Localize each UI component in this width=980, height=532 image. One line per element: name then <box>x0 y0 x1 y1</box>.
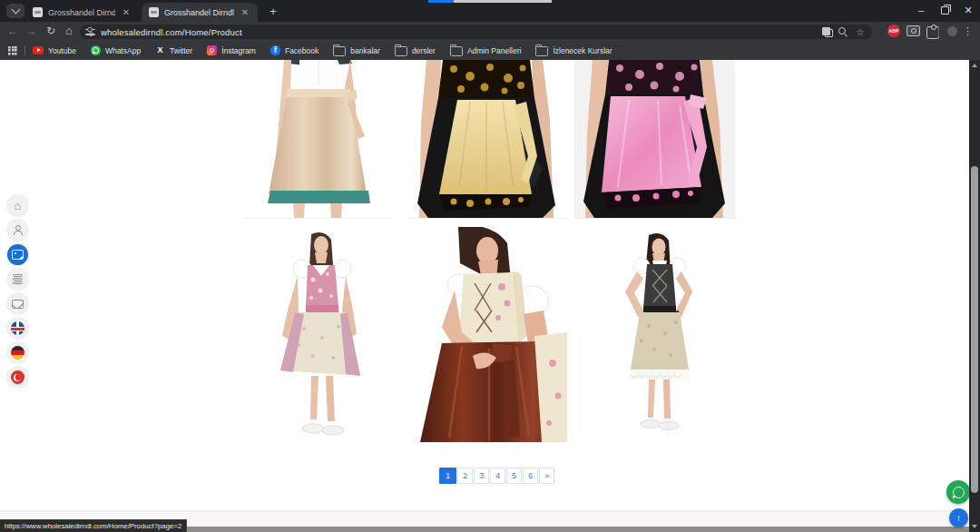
tab-favicon <box>33 7 43 17</box>
restore-icon <box>941 6 949 15</box>
bookmark-label: Admin Panelleri <box>467 46 522 55</box>
bookmark-folder-bankalar[interactable]: bankalar <box>333 45 380 56</box>
bookmarks-bar: Youtube WhatsApp XTwitter İnstagram fFac… <box>0 41 980 60</box>
site-settings-icon[interactable] <box>85 28 95 36</box>
product-image-beige-satin-dirndl[interactable] <box>243 60 392 219</box>
product-image-maroon-apron-dirndl[interactable] <box>406 227 567 442</box>
product-image-gold-black-baroque-dirndl[interactable] <box>407 60 567 219</box>
house-icon: ⌂ <box>15 200 22 212</box>
page-next-button[interactable]: » <box>539 468 554 484</box>
whatsapp-fab-button[interactable] <box>946 480 969 504</box>
folder-icon <box>333 46 346 56</box>
scrollbar-down-arrow[interactable] <box>972 525 977 528</box>
address-bar[interactable]: wholesaledirndl.com/Home/Product ☆ <box>80 25 872 39</box>
sidebar-item-profile[interactable] <box>7 220 28 241</box>
three-dots-icon: ⋮ <box>963 25 973 37</box>
page-4-button[interactable]: 4 <box>490 468 505 484</box>
page-content: ⌂ <box>0 60 969 532</box>
tab-favicon <box>149 7 159 17</box>
facebook-icon: f <box>270 45 280 55</box>
page-1-button[interactable]: 1 <box>439 468 456 484</box>
x-twitter-icon: X <box>155 45 165 55</box>
folder-icon <box>395 46 407 56</box>
product-image-pink-floral-dirndl[interactable] <box>268 229 372 442</box>
bookmark-folder-dersler[interactable]: dersler <box>395 45 436 56</box>
sidebar-item-lang-tr[interactable] <box>7 367 28 388</box>
german-flag-icon <box>11 346 24 360</box>
folder-icon <box>450 46 463 56</box>
bookmark-star-icon[interactable]: ☆ <box>854 27 867 37</box>
minimize-button[interactable]: – <box>909 0 933 20</box>
scrollbar <box>969 60 980 532</box>
bookmark-label: İzlenecek Kurslar <box>553 46 612 55</box>
sidebar-item-products[interactable] <box>7 244 28 265</box>
sidebar-item-lang-en[interactable] <box>7 318 28 339</box>
bookmark-folder-admin-panelleri[interactable]: Admin Panelleri <box>450 45 522 56</box>
bookmark-label: dersler <box>412 46 436 55</box>
home-button[interactable]: ⌂ <box>62 24 76 38</box>
bookmark-label: Twitter <box>170 46 192 55</box>
page-3-button[interactable]: 3 <box>474 468 489 484</box>
bookmark-folder-izlenecek-kurslar[interactable]: İzlenecek Kurslar <box>535 45 612 56</box>
bookmark-instagram[interactable]: İnstagram <box>207 45 256 55</box>
recording-progress-bar <box>428 0 552 3</box>
sidebar-item-home[interactable]: ⌂ <box>7 195 28 216</box>
envelope-icon <box>12 300 24 309</box>
scrollbar-thumb[interactable] <box>971 166 978 493</box>
bookmark-youtube[interactable]: Youtube <box>33 46 76 55</box>
uk-flag-icon <box>11 321 24 335</box>
whatsapp-icon <box>953 487 965 498</box>
bookmark-twitter[interactable]: XTwitter <box>155 45 192 55</box>
chevron-down-icon <box>11 5 20 15</box>
back-button[interactable]: ← <box>5 24 20 38</box>
tab-strip: Grosshandel Dirndl ✕ Grosshandel Dirndl … <box>0 0 980 22</box>
page-5-button[interactable]: 5 <box>506 468 522 484</box>
sidebar-item-lang-de[interactable] <box>7 342 28 363</box>
page-6-button[interactable]: 6 <box>523 468 538 484</box>
progress-fill <box>428 0 454 3</box>
browser-menu-button[interactable]: ⋮ <box>955 25 973 37</box>
translate-icon[interactable] <box>822 27 833 37</box>
restore-button[interactable] <box>933 0 956 20</box>
pagination: 1 2 3 4 5 6 » <box>439 468 554 484</box>
close-button[interactable]: ✕ <box>956 0 980 20</box>
url-text: wholesaledirndl.com/Home/Product <box>101 27 817 37</box>
extension-adblock[interactable]: ABP <box>887 25 900 37</box>
folder-icon <box>535 46 548 56</box>
scrollbar-up-arrow[interactable] <box>972 64 977 67</box>
stack-icon <box>13 274 23 284</box>
page-2-button[interactable]: 2 <box>457 468 473 484</box>
forward-button[interactable]: → <box>24 24 39 38</box>
bookmark-label: Facebook <box>285 46 318 55</box>
toolbar-separator <box>932 26 946 36</box>
zoom-search-icon[interactable] <box>838 27 848 37</box>
tab-grosshandel-dirndl-1[interactable]: Grosshandel Dirndl ✕ <box>25 3 139 22</box>
bookmark-label: WhatsApp <box>105 46 141 55</box>
product-image-pink-black-baroque-dirndl[interactable] <box>574 60 735 219</box>
browser-window: Grosshandel Dirndl ✕ Grosshandel Dirndl … <box>0 0 980 532</box>
bookmark-whatsapp[interactable]: WhatsApp <box>91 45 141 55</box>
tab-search-button[interactable] <box>6 4 24 18</box>
new-tab-button[interactable]: + <box>266 5 280 19</box>
bookmarks-separator <box>24 45 25 55</box>
product-image-black-beige-dirndl[interactable] <box>603 232 708 436</box>
reload-button[interactable]: ↻ <box>44 24 58 38</box>
extension-screenshot[interactable] <box>906 25 920 36</box>
whatsapp-icon <box>91 45 101 55</box>
browser-toolbar: ← → ↻ ⌂ wholesaledirndl.com/Home/Product… <box>0 22 980 41</box>
person-icon <box>13 225 23 235</box>
bookmark-label: İnstagram <box>221 46 256 55</box>
scroll-to-top-button[interactable]: ↑ <box>949 508 968 527</box>
sidebar-item-contact[interactable] <box>7 293 28 314</box>
bookmark-label: Youtube <box>48 46 76 55</box>
tab-grosshandel-dirndl-2[interactable]: Grosshandel Dirndl ✕ <box>142 3 258 22</box>
sidebar-item-categories[interactable] <box>7 269 28 290</box>
tab-close-icon[interactable]: ✕ <box>121 7 132 18</box>
apps-grid-icon[interactable] <box>8 46 17 55</box>
tab-close-icon[interactable]: ✕ <box>240 7 250 18</box>
camera-icon <box>906 25 920 36</box>
window-controls: – ✕ <box>909 0 980 20</box>
bookmark-facebook[interactable]: fFacebook <box>270 45 318 55</box>
instagram-icon <box>207 45 217 55</box>
status-url-tooltip: https://www.wholesaledirndl.com/Home/Pro… <box>0 519 187 532</box>
